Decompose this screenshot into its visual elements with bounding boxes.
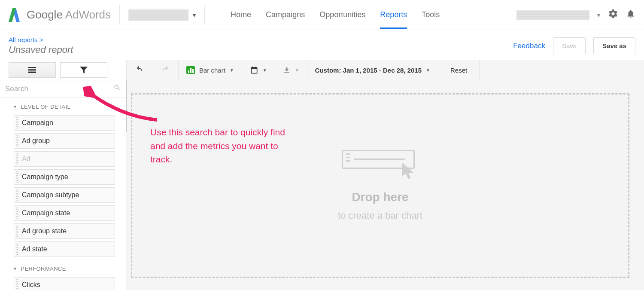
redo-icon <box>161 65 170 75</box>
chart-type-label: Bar chart <box>199 67 225 74</box>
chart-type-selector[interactable]: Bar chart ▼ <box>179 60 242 80</box>
account-dropdown-icon[interactable]: ▾ <box>193 12 196 18</box>
metric-campaign-subtype[interactable]: Campaign subtype <box>14 187 115 203</box>
filter-tab-button[interactable] <box>60 62 107 78</box>
schedule-selector[interactable]: ▼ <box>242 60 275 80</box>
fields-tab-button[interactable] <box>9 62 56 78</box>
user-name-redacted <box>516 10 589 20</box>
logo[interactable]: Google AdWords <box>9 8 111 22</box>
user-dropdown-icon[interactable]: ▾ <box>597 12 600 18</box>
metric-ad-group[interactable]: Ad group <box>14 133 115 149</box>
app-header: Google AdWords ▾ Home Campaigns Opportun… <box>0 0 644 30</box>
feedback-link[interactable]: Feedback <box>513 42 545 50</box>
download-selector[interactable]: ▼ <box>275 60 307 80</box>
svg-rect-4 <box>28 70 36 71</box>
adwords-logo-icon <box>9 8 20 22</box>
metric-campaign-type[interactable]: Campaign type <box>14 169 115 185</box>
nav-reports[interactable]: Reports <box>380 1 407 29</box>
section-title: PERFORMANCE <box>21 266 66 272</box>
filter-icon <box>80 67 88 73</box>
annotation-text: Use this search bar to quickly find and … <box>150 125 288 166</box>
gear-icon[interactable] <box>608 9 618 21</box>
section-performance[interactable]: ▼ PERFORMANCE <box>0 259 126 275</box>
header-separator <box>204 5 205 24</box>
metric-clicks[interactable]: Clicks <box>14 277 115 290</box>
nav-opportunities[interactable]: Opportunities <box>319 1 365 29</box>
chevron-down-icon: ▼ <box>230 68 234 73</box>
dropzone-title: Drop here <box>352 190 408 204</box>
main-nav: Home Campaigns Opportunities Reports Too… <box>231 1 440 29</box>
list-icon <box>28 67 36 73</box>
logo-text: Google AdWords <box>27 8 111 21</box>
bar-chart-icon <box>186 66 195 74</box>
save-as-button[interactable]: Save as <box>593 37 635 54</box>
nav-campaigns[interactable]: Campaigns <box>266 1 305 29</box>
report-title: Unsaved report <box>9 44 73 55</box>
drop-zone[interactable]: Drop here to create a bar chart <box>131 93 629 278</box>
save-button[interactable]: Save <box>553 37 586 54</box>
collapse-icon: ▼ <box>13 266 17 271</box>
header-separator <box>119 5 120 24</box>
chevron-down-icon: ▼ <box>426 68 430 73</box>
chevron-down-icon: ▼ <box>263 68 267 73</box>
section-title: LEVEL OF DETAIL <box>21 104 70 110</box>
dropzone-illustration-icon <box>342 150 419 184</box>
download-icon <box>283 66 291 74</box>
metric-ad-group-state[interactable]: Ad group state <box>14 223 115 239</box>
svg-marker-7 <box>402 162 413 179</box>
account-name-redacted <box>128 9 188 21</box>
report-canvas: Drop here to create a bar chart <box>127 80 644 290</box>
breadcrumb-all-reports[interactable]: All reports > <box>9 36 73 43</box>
nav-home[interactable]: Home <box>231 1 251 29</box>
collapse-icon: ▼ <box>13 104 17 109</box>
bell-icon[interactable] <box>626 9 635 21</box>
metric-ad[interactable]: Ad <box>14 151 115 167</box>
svg-rect-5 <box>28 72 36 73</box>
nav-tools[interactable]: Tools <box>422 1 440 29</box>
chevron-down-icon: ▼ <box>295 68 299 73</box>
date-range-label: Custom: Jan 1, 2015 - Dec 28, 2015 <box>315 67 422 74</box>
metric-ad-state[interactable]: Ad state <box>14 241 115 257</box>
svg-rect-3 <box>28 69 36 70</box>
svg-marker-6 <box>80 67 88 73</box>
dropzone-subtitle: to create a bar chart <box>338 210 422 221</box>
date-range-selector[interactable]: Custom: Jan 1, 2015 - Dec 28, 2015 ▼ <box>307 60 438 80</box>
metric-campaign-state[interactable]: Campaign state <box>14 205 115 221</box>
svg-rect-2 <box>28 67 36 68</box>
report-subheader: All reports > Unsaved report Feedback Sa… <box>0 30 644 60</box>
calendar-icon <box>250 66 258 74</box>
reset-button[interactable]: Reset <box>438 60 480 80</box>
undo-icon[interactable] <box>134 65 144 75</box>
report-toolbar: Bar chart ▼ ▼ ▼ Custom: Jan 1, 2015 - De… <box>0 60 644 80</box>
